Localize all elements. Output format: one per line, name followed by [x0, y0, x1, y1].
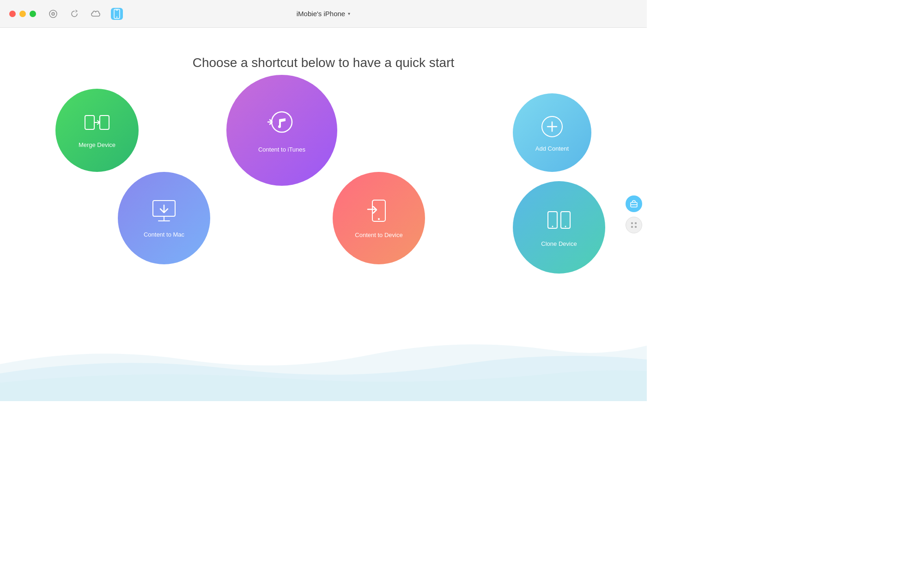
maximize-button[interactable] [30, 11, 36, 17]
content-mac-label: Content to Mac [144, 231, 184, 238]
minimize-button[interactable] [19, 11, 26, 17]
content-itunes-button[interactable]: Content to iTunes [226, 75, 337, 186]
content-device-icon [366, 198, 392, 228]
content-device-button[interactable]: Content to Device [333, 172, 425, 264]
svg-point-5 [116, 16, 117, 17]
shortcuts-container: Merge Device Content to iTunes [0, 79, 647, 301]
add-content-label: Add Content [535, 145, 569, 152]
page-title: Choose a shortcut below to have a quick … [0, 55, 647, 70]
toolbar-icons [47, 8, 123, 20]
clone-device-button[interactable]: Clone Device [513, 181, 605, 274]
right-side-buttons [626, 195, 647, 233]
device-name-title[interactable]: iMobie's iPhone ▾ [297, 10, 350, 18]
close-button[interactable] [9, 11, 16, 17]
window-controls [9, 11, 36, 17]
svg-rect-7 [100, 116, 109, 129]
clone-device-icon [544, 208, 574, 237]
svg-point-25 [565, 226, 566, 227]
merge-device-button[interactable]: Merge Device [55, 89, 139, 172]
itunes-toolbar-icon[interactable] [47, 8, 59, 20]
svg-rect-29 [635, 222, 637, 224]
content-itunes-label: Content to iTunes [258, 146, 305, 153]
main-content: Choose a shortcut below to have a quick … [0, 28, 647, 401]
chevron-down-icon: ▾ [348, 11, 350, 16]
svg-rect-31 [635, 226, 637, 228]
device-toolbar-icon[interactable] [111, 8, 123, 20]
content-itunes-icon [263, 108, 300, 142]
add-content-button[interactable]: Add Content [513, 93, 591, 172]
svg-rect-28 [631, 222, 633, 224]
cloud-toolbar-icon[interactable] [90, 8, 102, 20]
content-device-label: Content to Device [355, 232, 402, 238]
grid-side-button[interactable] [626, 217, 642, 233]
clone-device-label: Clone Device [541, 240, 577, 247]
svg-point-9 [272, 112, 292, 132]
content-mac-button[interactable]: Content to Mac [118, 172, 210, 264]
briefcase-side-button[interactable] [626, 195, 642, 212]
svg-point-2 [53, 13, 54, 14]
title-bar: iMobie's iPhone ▾ [0, 0, 647, 28]
merge-device-icon [83, 113, 111, 138]
svg-rect-30 [631, 226, 633, 228]
merge-device-label: Merge Device [79, 141, 116, 148]
svg-point-19 [378, 218, 380, 220]
content-mac-icon [149, 199, 179, 227]
add-content-icon [539, 114, 565, 141]
svg-rect-6 [85, 116, 94, 129]
svg-point-24 [552, 226, 553, 227]
restore-toolbar-icon[interactable] [68, 8, 80, 20]
device-name-label: iMobie's iPhone [297, 10, 345, 18]
wave-decoration [0, 318, 647, 401]
